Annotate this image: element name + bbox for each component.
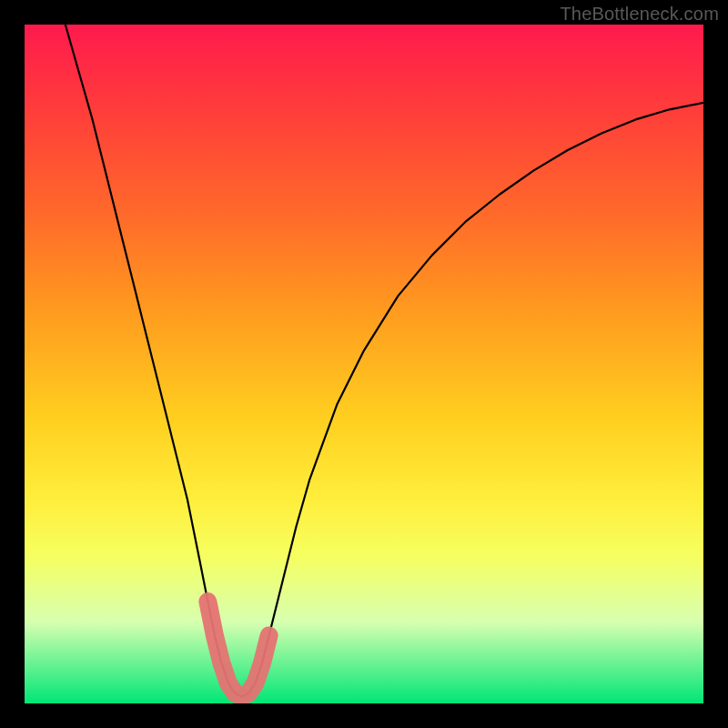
plot-area [25,25,703,703]
bottleneck-marker [207,602,268,696]
bottleneck-curve-svg [25,25,703,703]
watermark-text: TheBottleneck.com [560,4,719,25]
chart-frame: TheBottleneck.com [0,0,728,728]
bottleneck-curve [66,25,703,697]
